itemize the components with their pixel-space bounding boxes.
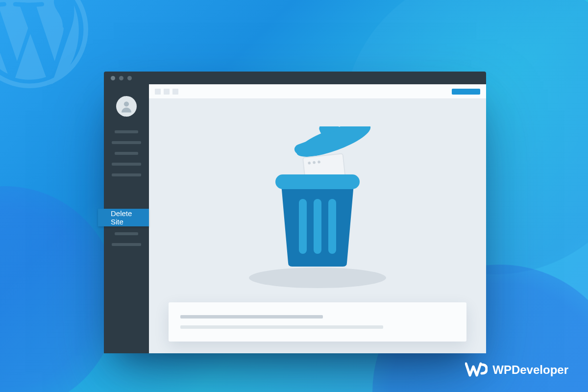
- traffic-light-icon[interactable]: [127, 76, 132, 80]
- content-area: [149, 84, 486, 353]
- delete-site-label: Delete Site: [111, 209, 136, 226]
- brand-name: WPDeveloper: [492, 363, 568, 377]
- brand-mark-icon: [465, 362, 488, 378]
- confirmation-card: [169, 302, 466, 342]
- user-icon: [119, 99, 134, 114]
- card-text-line: [180, 325, 383, 329]
- wordpress-logo-icon: [0, 0, 88, 90]
- traffic-light-icon[interactable]: [111, 76, 115, 80]
- svg-rect-10: [299, 199, 307, 254]
- svg-rect-9: [275, 174, 360, 189]
- sidebar: Delete Site: [104, 84, 149, 353]
- card-text-line: [180, 315, 323, 318]
- toolbar-left: [155, 89, 178, 95]
- sidebar-item[interactable]: [115, 130, 138, 133]
- traffic-light-icon[interactable]: [119, 76, 123, 80]
- sidebar-item[interactable]: [115, 152, 138, 155]
- sidebar-nav: [104, 130, 149, 246]
- window-titlebar: [104, 72, 486, 84]
- content-canvas: [149, 99, 486, 353]
- delete-site-button[interactable]: Delete Site: [98, 209, 149, 226]
- sidebar-item[interactable]: [115, 232, 138, 235]
- avatar[interactable]: [116, 96, 137, 117]
- trash-icon: [254, 126, 381, 269]
- toolbar-square-icon[interactable]: [155, 89, 161, 95]
- toolbar-square-icon[interactable]: [164, 89, 170, 95]
- svg-rect-12: [328, 199, 336, 254]
- sidebar-item[interactable]: [112, 173, 141, 176]
- sidebar-item[interactable]: [112, 243, 141, 246]
- svg-rect-11: [314, 199, 321, 254]
- sidebar-item[interactable]: [112, 141, 141, 144]
- brand-watermark: WPDeveloper: [465, 362, 568, 378]
- sidebar-item[interactable]: [112, 163, 141, 166]
- svg-point-1: [124, 101, 129, 106]
- toolbar-square-icon[interactable]: [172, 89, 178, 95]
- content-toolbar: [149, 84, 486, 99]
- trash-shadow: [249, 268, 386, 288]
- app-window: Delete Site: [104, 72, 486, 353]
- toolbar-action-button[interactable]: [452, 89, 480, 95]
